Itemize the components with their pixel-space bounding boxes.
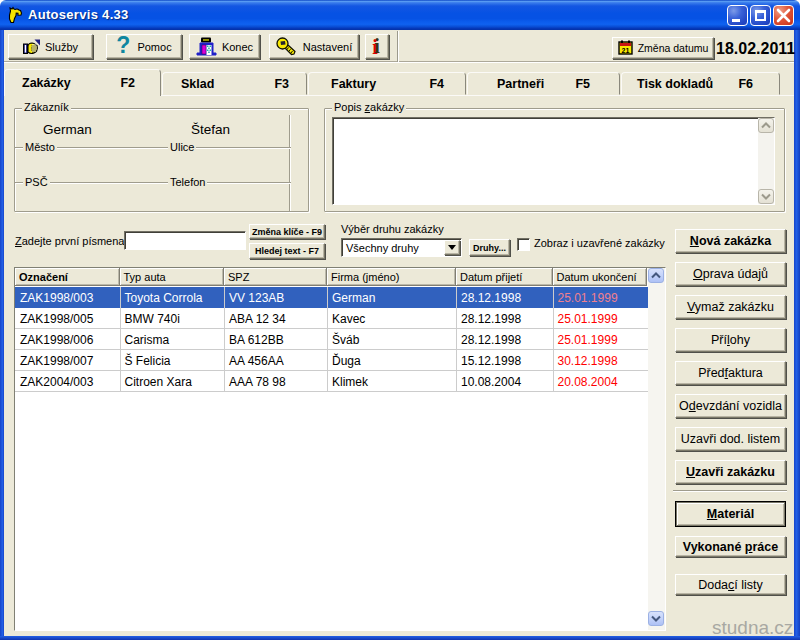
svg-text:21: 21 bbox=[621, 47, 629, 54]
